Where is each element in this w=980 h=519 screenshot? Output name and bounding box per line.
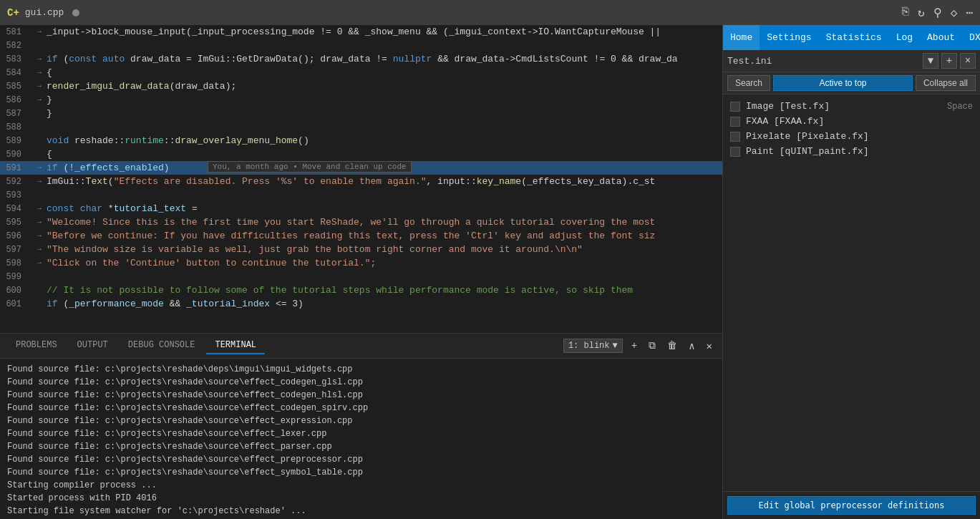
search-icon[interactable]: ⚲	[933, 6, 942, 20]
tab-output[interactable]: OUTPUT	[69, 337, 117, 354]
terminal-line: Found source file: c:\projects\reshade\d…	[7, 363, 715, 376]
line-content: {	[47, 67, 722, 78]
copy-icon[interactable]: ⎘	[902, 6, 909, 20]
line-number: 593	[0, 190, 32, 200]
effect-checkbox[interactable]	[730, 117, 740, 127]
line-content: }	[47, 94, 722, 105]
line-number: 599	[0, 272, 32, 282]
line-number: 590	[0, 150, 32, 160]
reshade-nav: HomeSettingsStatisticsLogAboutDX11	[723, 25, 980, 50]
panel-tab-actions: 1: blink ▼ + ⧉ 🗑 ∧ ✕	[563, 339, 715, 354]
line-number: 591	[0, 163, 32, 173]
line-content: // It is not possible to follow some of …	[47, 285, 722, 296]
terminal-label: 1: blink	[568, 341, 610, 351]
effect-item[interactable]: Image [Test.fx]Space	[727, 99, 976, 114]
line-arrow: →	[37, 218, 42, 226]
code-line: 581→ _input->block_mouse_input(_input_pr…	[0, 25, 722, 39]
reshade-nav-item-dx11[interactable]: DX11	[962, 25, 980, 50]
global-preprocessor-button[interactable]: Edit global preprocessor definitions	[727, 496, 976, 515]
trash-icon[interactable]: 🗑	[664, 339, 680, 353]
line-arrow: →	[37, 164, 42, 172]
split-icon[interactable]: ◇	[951, 6, 958, 20]
line-arrow: →	[37, 69, 42, 77]
effect-item[interactable]: FXAA [FXAA.fx]	[727, 114, 976, 129]
terminal-line: Found source file: c:\projects\reshade\s…	[7, 440, 715, 453]
terminal-line: Starting compiler process ...	[7, 479, 715, 492]
line-content: "Click on the 'Continue' button to conti…	[47, 258, 722, 268]
effect-checkbox[interactable]	[730, 147, 740, 157]
line-number: 594	[0, 204, 32, 214]
reshade-nav-item-log[interactable]: Log	[889, 25, 920, 50]
search-button[interactable]: Search	[727, 75, 770, 91]
line-content: _input->block_mouse_input(_input_process…	[47, 26, 722, 37]
split-terminal-btn[interactable]: ⧉	[646, 339, 659, 353]
terminal-line: Starting file system watcher for 'c:\pro…	[7, 505, 715, 518]
code-line: 591→ if (!_effects_enabled)You, a month …	[0, 161, 722, 175]
effect-checkbox[interactable]	[730, 132, 740, 142]
add-file-btn[interactable]: +	[941, 53, 957, 69]
line-content: "The window size is variable as well, ju…	[47, 244, 722, 255]
code-line: 600 // It is not possible to follow some…	[0, 283, 722, 297]
tab-terminal[interactable]: TERMINAL	[206, 337, 265, 354]
terminal-line: Found source file: c:\projects\reshade\s…	[7, 466, 715, 479]
terminal-line: Found source file: c:\projects\reshade\s…	[7, 402, 715, 414]
effect-item[interactable]: Pixelate [Pixelate.fx]	[727, 129, 976, 144]
line-number: 586	[0, 95, 32, 105]
reshade-nav-item-about[interactable]: About	[920, 25, 962, 50]
reshade-panel: HomeSettingsStatisticsLogAboutDX11 Test.…	[722, 25, 980, 519]
close-file-btn[interactable]: ×	[960, 53, 976, 69]
reshade-nav-item-statistics[interactable]: Statistics	[819, 25, 889, 50]
line-content: }	[47, 108, 722, 119]
code-line: 599	[0, 270, 722, 283]
code-lines: 581→ _input->block_mouse_input(_input_pr…	[0, 25, 722, 333]
line-content: {	[47, 149, 722, 160]
code-line: 587}	[0, 107, 722, 120]
code-line: 597→ "The window size is variable as wel…	[0, 243, 722, 256]
line-content: render_imgui_draw_data(draw_data);	[47, 81, 722, 92]
line-number: 601	[0, 299, 32, 309]
editor-pane: 581→ _input->block_mouse_input(_input_pr…	[0, 25, 722, 519]
terminal-line: Found source file: c:\projects\reshade\s…	[7, 414, 715, 427]
effect-item[interactable]: Paint [qUINT_paint.fx]	[727, 144, 976, 159]
effect-checkbox[interactable]	[730, 102, 740, 112]
code-line: 586→ }	[0, 93, 722, 107]
line-number: 598	[0, 258, 32, 268]
line-content: ImGui::Text("Effects are disabled. Press…	[47, 176, 722, 187]
tab-problems[interactable]: PROBLEMS	[7, 337, 66, 354]
code-line: 594→ const char *tutorial_text =	[0, 202, 722, 215]
main-layout: 581→ _input->block_mouse_input(_input_pr…	[0, 25, 980, 519]
collapse-panel-btn[interactable]: ∧	[686, 339, 697, 354]
terminal-selector[interactable]: 1: blink ▼	[563, 339, 623, 353]
line-number: 584	[0, 68, 32, 78]
line-arrow: →	[37, 232, 42, 240]
line-arrow: →	[37, 55, 42, 63]
line-number: 585	[0, 82, 32, 92]
modified-indicator	[72, 9, 79, 16]
filename-dropdown-btn[interactable]: ▼	[923, 53, 938, 69]
reshade-effects-list: Image [Test.fx]SpaceFXAA [FXAA.fx]Pixela…	[723, 94, 980, 491]
reshade-header: Test.ini ▼ + ×	[723, 50, 980, 72]
line-content: "Before we continue: If you have difficu…	[47, 231, 722, 241]
code-line: 588	[0, 120, 722, 134]
line-arrow: →	[37, 96, 42, 104]
terminal-line: Found source file: c:\projects\reshade\s…	[7, 376, 715, 389]
terminal-line: Found source file: c:\projects\reshade\s…	[7, 389, 715, 402]
terminal-line: Started process with PID 4016	[7, 492, 715, 505]
reload-icon[interactable]: ↻	[918, 6, 925, 20]
tab-debug-console[interactable]: DEBUG CONSOLE	[120, 337, 204, 354]
dropdown-arrow: ▼	[613, 341, 618, 351]
more-icon[interactable]: ⋯	[966, 6, 973, 20]
add-terminal-btn[interactable]: +	[629, 339, 640, 353]
line-number: 588	[0, 122, 32, 132]
close-panel-btn[interactable]: ✕	[704, 339, 715, 354]
line-number: 595	[0, 218, 32, 228]
active-to-top-button[interactable]: Active to top	[773, 75, 913, 91]
app-icon: C+	[7, 7, 19, 19]
code-line: 601 if (_performance_mode && _tutorial_i…	[0, 297, 722, 311]
collapse-all-button[interactable]: Collapse all	[916, 75, 976, 91]
reshade-nav-item-home[interactable]: Home	[723, 25, 760, 50]
line-content: const char *tutorial_text =	[47, 203, 722, 214]
code-area: 581→ _input->block_mouse_input(_input_pr…	[0, 25, 722, 333]
line-content: if (const auto draw_data = ImGui::GetDra…	[47, 54, 722, 64]
reshade-nav-item-settings[interactable]: Settings	[760, 25, 818, 50]
